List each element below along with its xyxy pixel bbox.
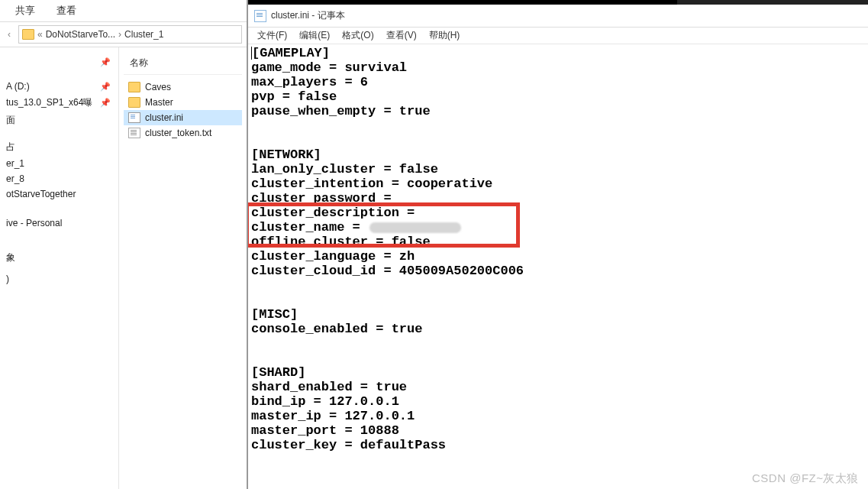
editor-line: shard_enabled = true — [251, 380, 865, 394]
editor-line: master_ip = 127.0.0.1 — [251, 409, 865, 423]
navigation-pane: 📌A (D:)📌tus_13.0_SP1_x64曝📌面占er_1er_8otSt… — [0, 47, 119, 489]
ini-file-icon — [128, 112, 140, 123]
file-name-label: Caves — [145, 82, 171, 92]
notepad-titlebar[interactable]: cluster.ini - 记事本 — [248, 5, 868, 28]
nav-back-icon[interactable]: ‹ — [5, 27, 14, 42]
folder-icon — [22, 29, 34, 40]
editor-line: [NETWORK] — [251, 147, 865, 162]
file-name-label: Master — [145, 97, 173, 108]
nav-item-label: A (D:) — [6, 81, 30, 92]
pin-icon: 📌 — [100, 98, 111, 108]
nav-item-label: 象 — [6, 251, 15, 264]
file-name-label: cluster_token.txt — [145, 128, 211, 138]
file-explorer-window: 共享 查看 ‹ « DoNotStarveTo... › Cluster_1 📌… — [0, 0, 248, 489]
notepad-text-area[interactable]: [GAMEPLAY]game_mode = survivalmax_player… — [248, 44, 868, 489]
editor-line: bind_ip = 127.0.0.1 — [251, 394, 865, 409]
nav-item[interactable]: A (D:)📌 — [0, 79, 118, 94]
editor-line: game_mode = survival — [251, 60, 865, 75]
breadcrumb-seg-2[interactable]: Cluster_1 — [124, 29, 163, 40]
nav-item-label: ive - Personal — [6, 218, 62, 228]
editor-line: pvp = false — [251, 89, 865, 104]
editor-line: lan_only_cluster = false — [251, 162, 865, 176]
tab-share[interactable]: 共享 — [5, 1, 46, 21]
tab-view[interactable]: 查看 — [46, 1, 87, 21]
menu-format[interactable]: 格式(O) — [337, 28, 378, 44]
editor-line: cluster_description = — [251, 206, 865, 220]
editor-line: offline_cluster = false — [251, 235, 865, 249]
editor-line: cluster_name = — [251, 220, 865, 235]
nav-item[interactable]: 📌 — [0, 55, 118, 70]
nav-item-label: ) — [6, 274, 9, 284]
file-row[interactable]: cluster_token.txt — [124, 125, 242, 141]
txt-file-icon — [128, 128, 140, 138]
breadcrumb[interactable]: « DoNotStarveTo... › Cluster_1 — [18, 25, 242, 44]
nav-item-label: er_1 — [6, 158, 24, 169]
breadcrumb-seg-1[interactable]: DoNotStarveTo... — [46, 29, 115, 40]
nav-item[interactable]: er_8 — [0, 171, 118, 186]
editor-line: master_port = 10888 — [251, 423, 865, 438]
editor-line: console_enabled = true — [251, 322, 865, 336]
notepad-menubar: 文件(F) 编辑(E) 格式(O) 查看(V) 帮助(H) — [248, 28, 868, 44]
menu-edit[interactable]: 编辑(E) — [295, 28, 334, 44]
menu-view[interactable]: 查看(V) — [382, 28, 421, 44]
folder-icon — [128, 82, 140, 92]
nav-item-label: 面 — [6, 114, 15, 127]
redacted-value — [369, 222, 461, 233]
editor-line — [251, 336, 865, 351]
nav-item-label: 占 — [6, 141, 15, 154]
nav-item[interactable]: 占 — [0, 138, 118, 156]
pin-icon: 📌 — [100, 57, 111, 67]
nav-item-label: otStarveTogether — [6, 189, 76, 199]
file-name-label: cluster.ini — [145, 112, 183, 123]
nav-item[interactable]: 象 — [0, 249, 118, 267]
folder-icon — [128, 97, 140, 108]
nav-item[interactable]: ive - Personal — [0, 215, 118, 231]
nav-item[interactable]: tus_13.0_SP1_x64曝📌 — [0, 94, 118, 112]
editor-line: cluster_language = zh — [251, 249, 865, 264]
notepad-window: cluster.ini - 记事本 文件(F) 编辑(E) 格式(O) 查看(V… — [248, 0, 868, 489]
editor-line: max_players = 6 — [251, 75, 865, 89]
explorer-ribbon-tabs: 共享 查看 — [0, 0, 247, 21]
editor-line: cluster_password = — [251, 191, 865, 206]
menu-file[interactable]: 文件(F) — [253, 28, 292, 44]
editor-line — [251, 351, 865, 365]
editor-line — [251, 278, 865, 293]
nav-item[interactable]: er_1 — [0, 156, 118, 171]
nav-item-label: er_8 — [6, 173, 24, 184]
window-title: cluster.ini - 记事本 — [271, 9, 345, 22]
pin-icon: 📌 — [100, 82, 111, 92]
editor-line: [GAMEPLAY] — [251, 46, 865, 60]
editor-line — [251, 293, 865, 307]
menu-help[interactable]: 帮助(H) — [424, 28, 465, 44]
watermark-text: CSDN @FZ~灰太狼 — [752, 471, 859, 486]
window-top-border — [248, 0, 868, 5]
nav-item-label: tus_13.0_SP1_x64曝 — [6, 96, 92, 109]
nav-item[interactable]: ) — [0, 271, 118, 287]
editor-line — [251, 133, 865, 147]
notepad-app-icon — [254, 10, 266, 22]
editor-line — [251, 118, 865, 133]
chevron-right-icon: › — [118, 29, 121, 40]
file-list-pane: 名称 CavesMastercluster.inicluster_token.t… — [119, 47, 247, 489]
file-row[interactable]: cluster.ini — [124, 110, 242, 125]
nav-item[interactable]: otStarveTogether — [0, 186, 118, 202]
explorer-body: 📌A (D:)📌tus_13.0_SP1_x64曝📌面占er_1er_8otSt… — [0, 47, 247, 489]
editor-line: cluster_cloud_id = 405009A50200C006 — [251, 264, 865, 278]
editor-line: [MISC] — [251, 307, 865, 322]
file-row[interactable]: Caves — [124, 79, 242, 95]
file-row[interactable]: Master — [124, 95, 242, 110]
nav-item[interactable]: 面 — [0, 112, 118, 129]
explorer-address-bar: ‹ « DoNotStarveTo... › Cluster_1 — [0, 21, 247, 47]
editor-line: cluster_intention = cooperative — [251, 176, 865, 191]
column-header-name[interactable]: 名称 — [124, 53, 242, 75]
editor-line: pause_when_empty = true — [251, 104, 865, 118]
chevron-right-icon: « — [37, 29, 43, 40]
editor-line: [SHARD] — [251, 365, 865, 380]
editor-line: cluster_key = defaultPass — [251, 438, 865, 452]
